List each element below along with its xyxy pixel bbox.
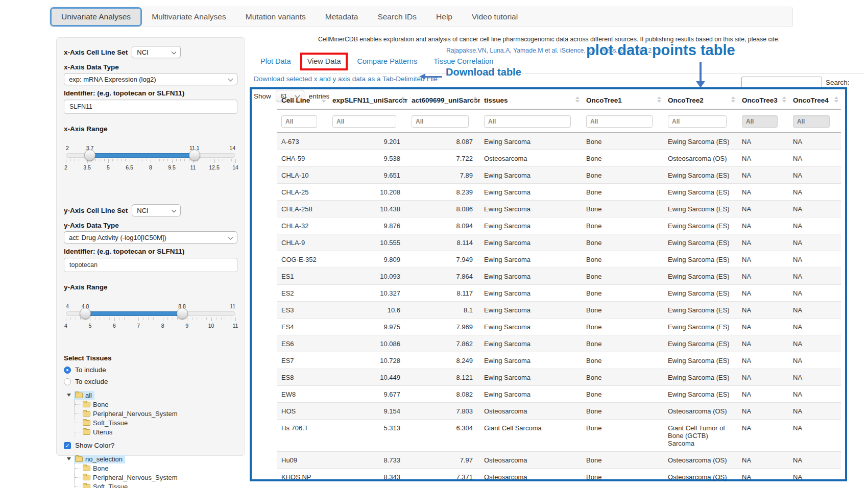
table-row-hs-706-t[interactable]: Hs 706.T5.3136.304Giant Cell SarcomaBone…: [277, 420, 841, 452]
table-row-cog-e-352[interactable]: COG-E-3529.8097.949Ewing SarcomaBoneEwin…: [277, 251, 841, 268]
y-identifier-input[interactable]: topotecan: [64, 258, 237, 272]
subtab-plot-data[interactable]: Plot Data: [260, 57, 291, 65]
subtab-tissue-correlation[interactable]: Tissue Correlation: [433, 57, 493, 65]
column-filter-tissues[interactable]: All: [484, 115, 571, 128]
cell-act609699-unisarcoma: 7.371: [407, 469, 480, 485]
column-filter-oncotree1[interactable]: All: [586, 115, 653, 128]
table-row-es2[interactable]: ES210.3278.117Ewing SarcomaBoneEwing Sar…: [277, 285, 841, 302]
y-axis-range-slider[interactable]: 4114.88.84567891011: [66, 303, 235, 336]
sort-icon[interactable]: [657, 96, 661, 103]
nav-tab-mutation-variants[interactable]: Mutation variants: [236, 7, 316, 27]
table-row-es1[interactable]: ES110.0937.864Ewing SarcomaBoneEwing Sar…: [277, 268, 841, 285]
sort-desc-icon: [834, 100, 838, 103]
slider-minor-tick: [80, 318, 81, 320]
download-tab-delimited-link[interactable]: Download selected x and y axis data as a…: [254, 75, 438, 83]
table-row-es4[interactable]: ES49.9757.969Ewing SarcomaBoneEwing Sarc…: [277, 319, 841, 335]
column-header-oncotree1[interactable]: OncoTree1: [582, 91, 664, 109]
subtab-view-data[interactable]: View Data: [307, 57, 341, 65]
nav-tab-metadata[interactable]: Metadata: [316, 7, 368, 27]
sort-icon[interactable]: [834, 96, 838, 103]
tree-node-bone[interactable]: Bone: [75, 400, 237, 409]
x-axis-set-select[interactable]: NCI: [132, 46, 181, 58]
x-axis-data-type-select[interactable]: exp: mRNA Expression (log2): [64, 73, 237, 85]
tree-node-peripheral-nervous-system[interactable]: Peripheral_Nervous_System: [75, 409, 237, 418]
sort-icon[interactable]: [782, 96, 786, 103]
table-row-es3[interactable]: ES310.68.1Ewing SarcomaBoneEwing Sarcoma…: [277, 302, 841, 319]
sort-icon[interactable]: [322, 96, 326, 103]
show-color-checkbox-row[interactable]: Show Color?: [64, 442, 237, 449]
tree-expand-icon[interactable]: [67, 457, 71, 460]
table-row-ew8[interactable]: EW89.6778.082Ewing SarcomaBoneEwing Sarc…: [277, 386, 841, 403]
tree-node-soft-tissue[interactable]: Soft_Tissue: [75, 482, 237, 488]
x-identifier-input[interactable]: SLFN11: [64, 100, 237, 114]
sort-icon[interactable]: [731, 96, 735, 103]
table-row-khos-np[interactable]: KHOS NP8.3437.371OsteosarcomaBoneOsteosa…: [277, 469, 841, 485]
slider-minor-tick: [155, 159, 155, 161]
cell-expslfn11-unisarcoma: 9.876: [328, 217, 407, 234]
table-row-a-673[interactable]: A-6739.2018.087Ewing SarcomaBoneEwing Sa…: [277, 133, 841, 150]
table-row-chla-258[interactable]: CHLA-25810.4388.086Ewing SarcomaBoneEwin…: [277, 201, 841, 217]
cell-oncotree4: NA: [789, 403, 841, 420]
tree-node-peripheral-nervous-system[interactable]: Peripheral_Nervous_System: [75, 473, 237, 482]
cell-oncotree3: NA: [738, 150, 789, 167]
cell-expslfn11-unisarcoma: 10.093: [328, 268, 407, 285]
x-axis-range-slider[interactable]: 2143.711.123.556.589.51112.514: [66, 145, 235, 178]
table-row-hos[interactable]: HOS9.1547.803OsteosarcomaBoneOsteosarcom…: [277, 403, 841, 420]
cell-oncotree1: Bone: [582, 133, 664, 150]
tree-expand-icon[interactable]: [67, 394, 71, 397]
slider-minor-tick: [147, 159, 147, 161]
column-header-cell-line[interactable]: Cell Line: [277, 91, 328, 109]
column-header-oncotree3[interactable]: OncoTree3: [738, 91, 789, 109]
column-filter-expslfn11-unisarcoma[interactable]: All: [332, 115, 396, 128]
tree-node-uterus[interactable]: Uterus: [75, 427, 237, 436]
column-filter-cell-line[interactable]: All: [281, 115, 317, 128]
column-filter-cell: All: [664, 109, 738, 133]
tree-node-all[interactable]: all: [74, 391, 94, 400]
column-filter-oncotree3: All: [742, 115, 778, 128]
table-row-chla-9[interactable]: CHLA-910.5558.114Ewing SarcomaBoneEwing …: [277, 234, 841, 251]
cell-cell-line: ES6: [277, 335, 328, 352]
column-header-act609699-unisarcoma[interactable]: act609699_uniSarcoma: [407, 91, 480, 109]
table-row-es6[interactable]: ES610.0867.862Ewing SarcomaBoneEwing Sar…: [277, 335, 841, 352]
tree-node-no-selection[interactable]: no_selection: [74, 455, 125, 463]
table-row-chla-25[interactable]: CHLA-2510.2088.239Ewing SarcomaBoneEwing…: [277, 184, 841, 201]
tree-node-soft-tissue[interactable]: Soft_Tissue: [75, 418, 237, 427]
folder-icon: [83, 466, 90, 471]
subtab-compare-patterns[interactable]: Compare Patterns: [357, 57, 417, 65]
y-axis-set-select[interactable]: NCI: [132, 204, 181, 216]
y-axis-data-type-select[interactable]: act: Drug Activity (-log10[IC50M]): [64, 231, 237, 243]
column-filter-act609699-unisarcoma[interactable]: All: [412, 115, 469, 128]
tissue-exclude-radio[interactable]: To exclude: [64, 378, 237, 385]
citation-line-2[interactable]: Rajapakse.VN, Luna.A, Yamade.M et al. iS…: [266, 47, 832, 54]
table-row-es7[interactable]: ES710.7288.249Ewing SarcomaBoneEwing Sar…: [277, 352, 841, 369]
sort-icon[interactable]: [401, 96, 405, 103]
cell-act609699-unisarcoma: 8.082: [407, 386, 480, 403]
table-row-chla-32[interactable]: CHLA-329.8768.094Ewing SarcomaBoneEwing …: [277, 217, 841, 234]
table-search-input[interactable]: [741, 77, 822, 88]
nav-tab-video-tutorial[interactable]: Video tutorial: [462, 7, 527, 27]
column-filter-oncotree2[interactable]: All: [668, 115, 727, 128]
column-header-oncotree4[interactable]: OncoTree4: [789, 91, 841, 109]
x-axis-slider-to-handle[interactable]: [189, 150, 200, 161]
slider-minor-tick: [76, 318, 76, 320]
table-row-chla-10[interactable]: CHLA-109.6517.89Ewing SarcomaBoneEwing S…: [277, 167, 841, 184]
cell-cell-line: Hs 706.T: [277, 420, 328, 452]
nav-tab-multivariate-analyses[interactable]: Multivariate Analyses: [142, 7, 236, 27]
sort-icon[interactable]: [473, 96, 477, 103]
table-row-cha-59[interactable]: CHA-599.5387.722OsteosarcomaBoneOsteosar…: [277, 150, 841, 167]
nav-tab-search-ids[interactable]: Search IDs: [368, 7, 426, 27]
table-row-es8[interactable]: ES810.4498.121Ewing SarcomaBoneEwing Sar…: [277, 369, 841, 386]
nav-tab-help[interactable]: Help: [426, 7, 462, 27]
y-axis-slider-from-handle[interactable]: [80, 308, 91, 319]
sort-icon[interactable]: [575, 96, 580, 103]
cell-oncotree4: NA: [789, 268, 841, 285]
nav-tab-univariate-analyses[interactable]: Univariate Analyses: [50, 7, 142, 27]
x-axis-slider-from-handle[interactable]: [84, 150, 95, 161]
tree-node-bone[interactable]: Bone: [75, 463, 237, 473]
y-axis-slider-to-handle[interactable]: [177, 308, 188, 319]
table-row-hu09[interactable]: Hu098.7337.97OsteosarcomaBoneOsteosarcom…: [277, 452, 841, 469]
tissue-include-radio[interactable]: To include: [64, 366, 237, 374]
column-header-tissues[interactable]: tissues: [480, 91, 582, 109]
column-header-expslfn11-unisarcoma[interactable]: expSLFN11_uniSarcoma: [328, 91, 407, 109]
column-header-oncotree2[interactable]: OncoTree2: [664, 91, 738, 109]
